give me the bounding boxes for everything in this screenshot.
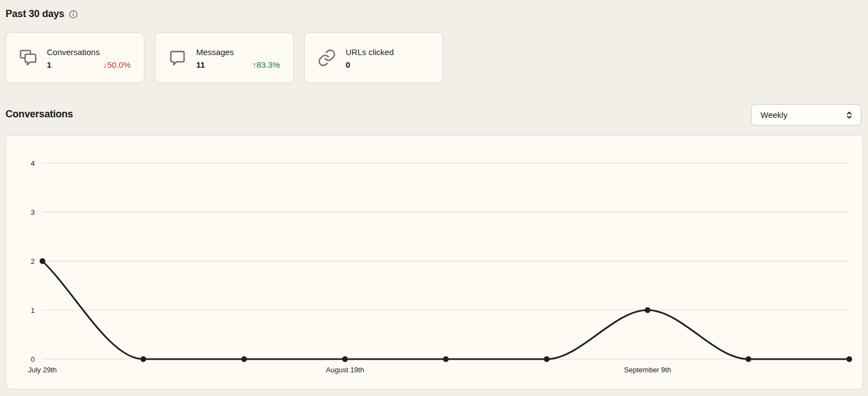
analytics-page: Past 30 days Conversations 1 ↓50.0%	[0, 0, 868, 396]
chart-section-title: Conversations	[6, 109, 73, 120]
stat-card-messages: Messages 11 ↑83.3%	[155, 32, 294, 83]
stat-content: Conversations 1 ↓50.0%	[47, 47, 131, 69]
conversations-chart-card: 01234July 29thAugust 19thSeptember 9th	[6, 135, 863, 389]
stat-content: URLs clicked 0	[346, 47, 429, 69]
stat-card-urls-clicked: URLs clicked 0	[304, 32, 443, 83]
svg-text:August 19th: August 19th	[326, 366, 364, 374]
stat-label: Messages	[196, 47, 280, 58]
chart-section-header: Conversations Weekly	[6, 104, 861, 126]
link-icon	[317, 48, 337, 68]
svg-text:4: 4	[31, 159, 35, 167]
stat-label: Conversations	[47, 47, 131, 58]
info-icon[interactable]	[69, 10, 78, 19]
stat-value: 1	[47, 60, 51, 69]
message-icon	[168, 48, 187, 68]
svg-text:3: 3	[31, 208, 35, 216]
interval-select-value: Weekly	[761, 110, 788, 120]
svg-text:0: 0	[31, 355, 35, 364]
svg-text:July 29th: July 29th	[28, 366, 57, 374]
select-chevrons-icon	[844, 110, 854, 120]
svg-text:1: 1	[31, 306, 35, 314]
stat-content: Messages 11 ↑83.3%	[196, 47, 280, 69]
stat-value: 0	[346, 60, 350, 69]
interval-select[interactable]: Weekly	[751, 104, 861, 126]
stat-card-conversations: Conversations 1 ↓50.0%	[6, 32, 144, 83]
stat-value: 11	[196, 60, 205, 69]
stat-delta: ↑83.3%	[252, 60, 280, 69]
stat-cards-row: Conversations 1 ↓50.0% Messages 11 ↑83.3…	[6, 32, 443, 83]
stat-delta: ↓50.0%	[103, 60, 131, 69]
conversations-icon	[18, 48, 38, 68]
page-title: Past 30 days	[6, 8, 64, 20]
stat-label: URLs clicked	[346, 47, 429, 58]
past-30-days-header: Past 30 days	[6, 8, 78, 20]
svg-text:2: 2	[31, 257, 35, 265]
conversations-line-chart[interactable]: 01234July 29thAugust 19thSeptember 9th	[6, 135, 862, 389]
svg-text:September 9th: September 9th	[624, 366, 671, 374]
